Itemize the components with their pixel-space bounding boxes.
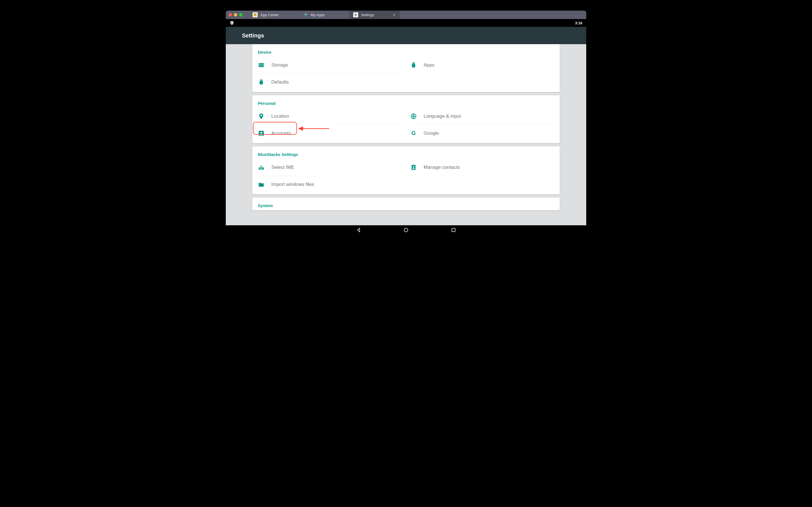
page-header: Settings	[226, 27, 586, 44]
shield-icon	[230, 21, 234, 25]
google-icon: G	[410, 130, 417, 137]
item-apps[interactable]: Apps	[410, 57, 554, 73]
bluestacks-window: App Center My Apps Settings × 3:16	[226, 11, 586, 235]
tab-my-apps[interactable]: My Apps	[299, 11, 349, 19]
svg-point-27	[404, 228, 408, 232]
svg-point-11	[414, 63, 415, 63]
svg-rect-7	[259, 63, 264, 64]
app-center-icon	[253, 12, 258, 17]
nav-back-button[interactable]	[356, 227, 361, 233]
settings-tab-icon	[353, 12, 358, 17]
svg-point-26	[413, 166, 414, 167]
item-label: Apps	[424, 62, 435, 68]
window-controls	[229, 13, 243, 16]
section-title-system: System	[258, 203, 554, 208]
tab-app-center[interactable]: App Center	[249, 11, 299, 19]
item-defaults[interactable]: Defaults	[258, 73, 402, 90]
minimize-window-button[interactable]	[234, 13, 237, 16]
section-title-device: Device	[258, 50, 554, 55]
item-google[interactable]: G Google	[410, 125, 554, 142]
item-manage-contacts[interactable]: Manage contacts	[410, 159, 554, 176]
folder-icon	[258, 181, 265, 188]
nav-home-button[interactable]	[403, 227, 409, 233]
android-icon	[410, 62, 417, 68]
item-label: Location	[271, 113, 289, 119]
section-device: Device Storage Apps	[252, 44, 560, 92]
account-icon	[258, 130, 265, 137]
item-label: Accounts	[271, 130, 291, 136]
my-apps-icon	[303, 12, 308, 17]
settings-content: Device Storage Apps	[226, 44, 586, 225]
tab-label: Settings	[361, 13, 374, 17]
item-label: Select IME	[271, 165, 294, 170]
svg-rect-24	[261, 166, 261, 167]
item-label: Storage	[271, 62, 288, 68]
nav-recent-button[interactable]	[451, 227, 456, 233]
item-label: Defaults	[271, 79, 289, 85]
item-import-files[interactable]: Import windows files	[258, 176, 402, 192]
svg-rect-22	[262, 168, 262, 169]
svg-rect-9	[259, 66, 264, 67]
svg-point-13	[262, 80, 262, 80]
svg-rect-23	[260, 169, 263, 169]
keyboard-icon	[258, 164, 265, 171]
close-window-button[interactable]	[229, 13, 232, 16]
section-title-bluestacks: BlueStacks Settings	[258, 152, 554, 157]
section-personal: Personal Location Language &	[252, 95, 560, 143]
page-title: Settings	[242, 33, 264, 39]
svg-rect-20	[260, 168, 260, 169]
svg-point-16	[260, 132, 262, 133]
section-bluestacks: BlueStacks Settings Select IME	[252, 147, 560, 194]
svg-point-10	[413, 63, 413, 63]
svg-rect-1	[255, 14, 256, 15]
android-status-bar: 3:16	[226, 19, 586, 27]
tab-label: App Center	[260, 13, 279, 17]
storage-icon	[258, 62, 265, 68]
tab-bar: App Center My Apps Settings ×	[226, 11, 586, 19]
item-storage[interactable]: Storage	[258, 57, 402, 73]
item-label: Manage contacts	[424, 165, 460, 170]
zoom-window-button[interactable]	[239, 13, 243, 16]
tab-label: My Apps	[311, 13, 325, 17]
section-title-personal: Personal	[258, 101, 554, 106]
item-label: Google	[424, 130, 439, 136]
globe-icon	[410, 113, 417, 120]
item-select-ime[interactable]: Select IME	[258, 159, 402, 176]
svg-point-12	[260, 80, 261, 80]
svg-marker-4	[303, 15, 306, 17]
tab-settings[interactable]: Settings ×	[349, 11, 399, 19]
svg-rect-28	[452, 228, 455, 232]
svg-rect-8	[259, 65, 264, 66]
android-icon	[258, 79, 265, 86]
section-system: System	[252, 198, 560, 210]
item-language-input[interactable]: Language & input	[410, 108, 554, 125]
svg-rect-21	[261, 168, 261, 169]
svg-marker-3	[305, 13, 308, 15]
clock: 3:16	[575, 21, 582, 25]
item-label: Import windows files	[271, 182, 314, 187]
item-label: Language & input	[424, 113, 461, 119]
location-icon	[258, 113, 265, 120]
item-location[interactable]: Location	[258, 108, 402, 125]
contacts-icon	[410, 164, 417, 171]
android-nav-bar	[226, 225, 586, 235]
item-accounts[interactable]: Accounts	[258, 125, 402, 142]
tab-close-button[interactable]: ×	[393, 13, 395, 17]
